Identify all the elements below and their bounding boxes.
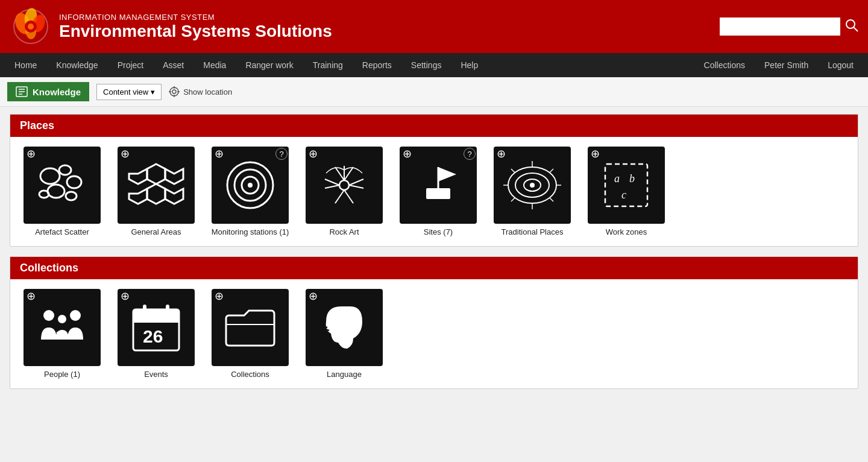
- dropdown-arrow-icon: ▾: [151, 87, 155, 97]
- card-events[interactable]: ⊕ 26 Events: [114, 289, 198, 379]
- rock-art-image: ⊕: [306, 147, 383, 224]
- main-content: Places ⊕ Artefact Scatter: [0, 107, 868, 406]
- show-location-button[interactable]: Show location: [169, 86, 232, 97]
- traditional-places-label: Traditional Places: [502, 227, 564, 236]
- general-areas-image: ⊕: [118, 147, 195, 224]
- add-general-areas-button[interactable]: ⊕: [119, 148, 131, 160]
- svg-line-40: [325, 179, 339, 185]
- card-artefact-scatter[interactable]: ⊕ Artefact Scatter: [20, 147, 104, 236]
- svg-point-35: [248, 183, 253, 188]
- general-areas-label: General Areas: [131, 227, 181, 236]
- add-rock-art-button[interactable]: ⊕: [307, 148, 319, 160]
- add-events-button[interactable]: ⊕: [119, 290, 131, 302]
- places-section: Places ⊕ Artefact Scatter: [10, 114, 858, 247]
- language-icon: [314, 297, 374, 358]
- add-language-button[interactable]: ⊕: [307, 290, 319, 302]
- crosshair-icon: [169, 86, 180, 97]
- nav-item-asset[interactable]: Asset: [153, 53, 193, 77]
- content-view-button[interactable]: Content view ▾: [96, 84, 162, 100]
- card-language[interactable]: ⊕ Language: [302, 289, 386, 379]
- svg-line-9: [854, 27, 858, 31]
- card-sites[interactable]: ⊕ ? Sites (7): [396, 147, 480, 236]
- card-people[interactable]: ⊕: [20, 289, 104, 379]
- add-artefact-scatter-button[interactable]: ⊕: [25, 148, 37, 160]
- svg-point-20: [40, 168, 60, 184]
- search-icon: [845, 19, 858, 32]
- add-traditional-places-button[interactable]: ⊕: [495, 148, 507, 160]
- svg-text:26: 26: [143, 326, 163, 346]
- collections-section: Collections ⊕: [10, 256, 858, 389]
- svg-point-65: [43, 310, 54, 321]
- add-collections-button[interactable]: ⊕: [213, 290, 225, 302]
- nav-left: Home Knowledge Project Asset Media Range…: [5, 53, 488, 77]
- sites-icon: [408, 155, 468, 215]
- nav-item-collections[interactable]: Collections: [694, 53, 755, 77]
- svg-point-66: [58, 315, 66, 323]
- svg-line-57: [550, 169, 553, 172]
- svg-line-42: [349, 179, 363, 185]
- svg-marker-30: [129, 189, 147, 204]
- svg-marker-28: [129, 169, 147, 184]
- card-monitoring-stations[interactable]: ⊕ ? Monitoring stations (1): [208, 147, 292, 236]
- nav-item-ranger-work[interactable]: Ranger work: [236, 53, 303, 77]
- nav-item-project[interactable]: Project: [108, 53, 154, 77]
- svg-point-14: [170, 87, 178, 96]
- nav-item-media[interactable]: Media: [193, 53, 236, 77]
- general-areas-icon: [126, 155, 186, 215]
- card-traditional-places[interactable]: ⊕: [490, 147, 574, 236]
- knowledge-button[interactable]: Knowledge: [7, 82, 89, 101]
- svg-line-59: [511, 169, 515, 172]
- nav-item-settings[interactable]: Settings: [401, 53, 451, 77]
- nav-item-training[interactable]: Training: [303, 53, 353, 77]
- nav-item-peter-smith[interactable]: Peter Smith: [755, 53, 818, 77]
- card-general-areas[interactable]: ⊕ General Areas: [114, 147, 198, 236]
- language-image: ⊕: [306, 289, 383, 366]
- nav-item-reports[interactable]: Reports: [353, 53, 401, 77]
- svg-marker-26: [147, 164, 165, 184]
- svg-marker-31: [165, 189, 183, 204]
- nav-item-logout[interactable]: Logout: [818, 53, 863, 77]
- rock-art-label: Rock Art: [329, 227, 359, 236]
- events-label: Events: [144, 370, 168, 379]
- svg-point-22: [67, 176, 81, 188]
- svg-text:c: c: [621, 189, 626, 201]
- search-input[interactable]: [720, 17, 840, 36]
- collections-image: ⊕: [212, 289, 289, 366]
- svg-point-24: [66, 192, 77, 200]
- monitoring-stations-help-button[interactable]: ?: [275, 148, 288, 160]
- svg-line-41: [325, 185, 339, 188]
- collections-label: Collections: [231, 370, 269, 379]
- artefact-scatter-label: Artefact Scatter: [35, 227, 89, 236]
- svg-point-7: [28, 24, 34, 30]
- svg-point-15: [172, 90, 176, 93]
- add-sites-button[interactable]: ⊕: [401, 148, 413, 160]
- header-title: Environmental Systems Solutions: [59, 22, 332, 41]
- places-title: Places: [20, 119, 54, 131]
- add-work-zones-button[interactable]: ⊕: [589, 148, 601, 160]
- events-image: ⊕ 26: [118, 289, 195, 366]
- rock-art-icon: [314, 155, 374, 215]
- card-work-zones[interactable]: ⊕ a b c Work zones: [584, 147, 668, 236]
- svg-point-52: [530, 183, 535, 188]
- sites-label: Sites (7): [424, 227, 453, 236]
- add-monitoring-stations-button[interactable]: ⊕: [213, 148, 225, 160]
- svg-rect-72: [133, 315, 179, 323]
- knowledge-icon: [16, 86, 28, 98]
- nav-item-home[interactable]: Home: [5, 53, 46, 77]
- nav-item-knowledge[interactable]: Knowledge: [46, 53, 107, 77]
- header-right: [720, 17, 858, 36]
- artefact-scatter-image: ⊕: [24, 147, 101, 224]
- card-rock-art[interactable]: ⊕: [302, 147, 386, 236]
- artefact-scatter-icon: [32, 155, 92, 215]
- svg-rect-73: [143, 305, 146, 314]
- card-collections[interactable]: ⊕ Collections: [208, 289, 292, 379]
- svg-line-44: [335, 190, 344, 203]
- sites-help-button[interactable]: ?: [464, 148, 476, 160]
- svg-point-36: [339, 180, 349, 190]
- monitoring-stations-icon: [220, 155, 280, 215]
- search-button[interactable]: [845, 19, 858, 35]
- header-left: INFORMATION MANAGEMENT SYSTEM Environmen…: [10, 5, 332, 48]
- add-people-button[interactable]: ⊕: [25, 290, 37, 302]
- nav-item-help[interactable]: Help: [451, 53, 488, 77]
- language-label: Language: [327, 370, 362, 379]
